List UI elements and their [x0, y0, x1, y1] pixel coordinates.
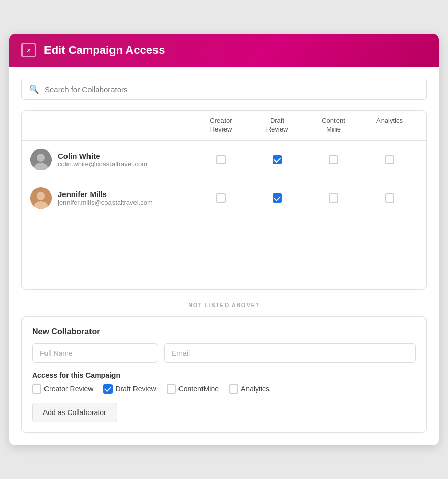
close-button[interactable]: × — [21, 43, 36, 57]
colin-analytics-checkbox[interactable] — [385, 155, 394, 164]
name-email-row — [32, 343, 416, 363]
jennifer-content-mine-checkbox[interactable] — [329, 193, 338, 203]
user-info-jennifer: Jennifer Mills jennifer.mills@coastaltra… — [30, 187, 193, 209]
checkbox-cell — [193, 155, 249, 164]
jennifer-draft-review-checkbox[interactable] — [273, 193, 282, 203]
email-input[interactable] — [164, 343, 416, 363]
table-col-empty — [30, 117, 193, 134]
search-icon: 🔍 — [29, 84, 39, 94]
new-analytics-checkbox[interactable] — [229, 384, 238, 394]
checkbox-cell — [362, 193, 418, 203]
full-name-input[interactable] — [32, 343, 158, 363]
jennifer-creator-review-checkbox[interactable] — [216, 193, 226, 203]
avatar-colin — [30, 149, 52, 170]
table-header: Creator Review Draft Review Content Mine… — [22, 111, 426, 141]
table-col-creator-review: Creator Review — [193, 117, 249, 134]
access-item-creator-review: Creator Review — [32, 384, 93, 394]
new-draft-review-checkbox[interactable] — [103, 384, 113, 394]
modal-title: Edit Campaign Access — [44, 43, 165, 57]
modal-header: × Edit Campaign Access — [9, 34, 439, 67]
checkbox-cell — [305, 193, 362, 203]
table-row: Colin White colin.white@coastaltravel.co… — [22, 141, 426, 179]
search-input[interactable] — [44, 85, 419, 94]
add-collaborator-button[interactable]: Add as Collaborator — [32, 403, 117, 422]
user-email-jennifer: jennifer.mills@coastaltravel.com — [58, 199, 153, 206]
access-item-draft-review-label: Draft Review — [115, 385, 156, 393]
new-collaborator-title: New Collaborator — [32, 327, 416, 336]
table-col-analytics: Analytics — [362, 117, 418, 134]
checkbox-cell — [362, 155, 418, 164]
user-info-colin: Colin White colin.white@coastaltravel.co… — [30, 149, 193, 170]
collaborators-table: Creator Review Draft Review Content Mine… — [21, 110, 427, 290]
svg-point-1 — [37, 154, 45, 162]
jennifer-analytics-checkbox[interactable] — [385, 193, 394, 203]
not-listed-label: NOT LISTED ABOVE? — [21, 302, 427, 308]
user-email-colin: colin.white@coastaltravel.com — [58, 160, 147, 168]
colin-draft-review-checkbox[interactable] — [273, 155, 282, 164]
search-box: 🔍 — [21, 79, 427, 100]
new-creator-review-checkbox[interactable] — [32, 384, 41, 394]
modal-body: 🔍 Creator Review Draft Review Content Mi… — [9, 67, 439, 445]
table-col-draft-review: Draft Review — [249, 117, 305, 134]
checkbox-cell — [249, 193, 305, 203]
user-name-colin: Colin White — [58, 151, 147, 160]
table-col-content-mine: Content Mine — [305, 117, 362, 134]
access-item-content-mine-label: ContentMine — [178, 385, 219, 393]
access-item-analytics-label: Analytics — [241, 385, 270, 393]
access-checkboxes: Creator Review Draft Review ContentMine … — [32, 384, 416, 394]
user-name-jennifer: Jennifer Mills — [58, 190, 153, 199]
avatar-jennifer — [30, 187, 52, 209]
table-row: Jennifer Mills jennifer.mills@coastaltra… — [22, 179, 426, 217]
empty-area — [22, 217, 426, 289]
new-content-mine-checkbox[interactable] — [167, 384, 176, 394]
access-label: Access for this Campaign — [32, 371, 416, 379]
user-details-jennifer: Jennifer Mills jennifer.mills@coastaltra… — [58, 190, 153, 206]
access-item-draft-review: Draft Review — [103, 384, 156, 394]
user-details-colin: Colin White colin.white@coastaltravel.co… — [58, 151, 147, 168]
checkbox-cell — [305, 155, 362, 164]
access-item-analytics: Analytics — [229, 384, 270, 394]
modal: × Edit Campaign Access 🔍 Creator Review … — [9, 34, 439, 445]
colin-content-mine-checkbox[interactable] — [329, 155, 338, 164]
access-item-content-mine: ContentMine — [167, 384, 219, 394]
new-collaborator-section: New Collaborator Access for this Campaig… — [21, 316, 427, 433]
colin-creator-review-checkbox[interactable] — [216, 155, 226, 164]
checkbox-cell — [193, 193, 249, 203]
svg-point-4 — [37, 192, 45, 200]
access-item-creator-review-label: Creator Review — [44, 385, 93, 393]
checkbox-cell — [249, 155, 305, 164]
